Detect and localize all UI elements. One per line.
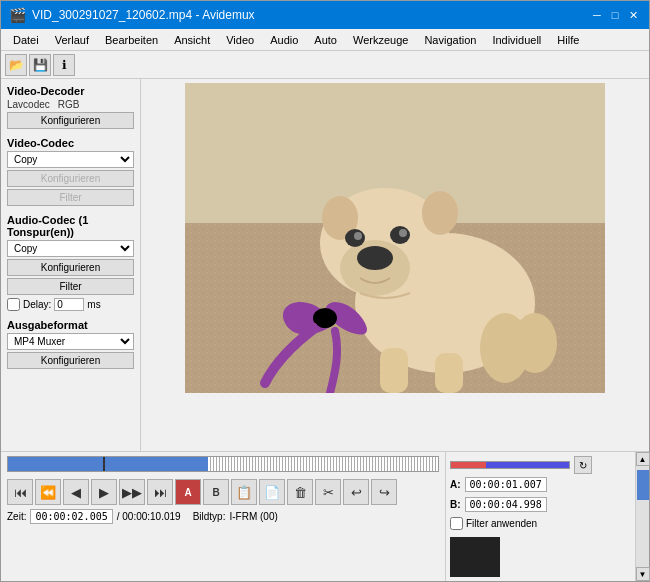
title-bar: 🎬 VID_300291027_120602.mp4 - Avidemux ─ …: [1, 1, 649, 29]
timeline-remaining: [208, 457, 438, 471]
minimize-button[interactable]: ─: [589, 7, 605, 23]
ms-label: ms: [87, 299, 100, 310]
audio-codec-title: Audio-Codec (1 Tonspur(en)): [7, 214, 134, 238]
rgb-label: RGB: [58, 99, 80, 110]
cut-button[interactable]: ✂: [315, 479, 341, 505]
bildtyp-label: Bildtyp:: [193, 511, 226, 522]
level-bar: [450, 461, 570, 469]
konfigurieren-vc-button[interactable]: Konfigurieren: [7, 170, 134, 187]
timeline-track[interactable]: [7, 456, 439, 472]
mark-a-button[interactable]: A: [175, 479, 201, 505]
play-button[interactable]: ▶: [91, 479, 117, 505]
svg-point-10: [357, 246, 393, 270]
delay-checkbox[interactable]: [7, 298, 20, 311]
bildtyp-value: I-FRM (00): [229, 511, 277, 522]
timeline-played: [8, 457, 208, 471]
svg-point-13: [354, 232, 362, 240]
delay-row: Delay: 0 ms: [7, 298, 134, 311]
konfigurieren-af-button[interactable]: Konfigurieren: [7, 352, 134, 369]
go-start-button[interactable]: ⏮: [7, 479, 33, 505]
menu-verlauf[interactable]: Verlauf: [47, 32, 97, 48]
close-button[interactable]: ✕: [625, 7, 641, 23]
menu-ansicht[interactable]: Ansicht: [166, 32, 218, 48]
filter-vc-button[interactable]: Filter: [7, 189, 134, 206]
svg-point-20: [315, 312, 335, 328]
maximize-button[interactable]: □: [607, 7, 623, 23]
status-row: Zeit: 00:00:02.005 / 00:00:10.019 Bildty…: [1, 507, 445, 526]
forward-button[interactable]: ▶▶: [119, 479, 145, 505]
delete-button[interactable]: 🗑: [287, 479, 313, 505]
redo-button[interactable]: ↪: [371, 479, 397, 505]
filter-ac-button[interactable]: Filter: [7, 278, 134, 295]
video-codec-select[interactable]: Copy: [7, 151, 134, 168]
vertical-scrollbar[interactable]: ▲ ▼: [635, 452, 649, 581]
zeit-label: Zeit:: [7, 511, 26, 522]
lavcodec-row: Lavcodec RGB: [7, 99, 134, 110]
timeline-cursor[interactable]: [103, 456, 105, 472]
menu-auto[interactable]: Auto: [306, 32, 345, 48]
toolbar: 📂 💾 ℹ: [1, 51, 649, 79]
menu-navigation[interactable]: Navigation: [416, 32, 484, 48]
video-codec-section: Video-Codec Copy Konfigurieren Filter: [7, 137, 134, 206]
a-label: A:: [450, 479, 461, 490]
delay-input[interactable]: 0: [54, 298, 84, 311]
prev-frame-button[interactable]: ⏪: [35, 479, 61, 505]
menu-individuell[interactable]: Individuell: [484, 32, 549, 48]
undo-button[interactable]: ↩: [343, 479, 369, 505]
video-codec-title: Video-Codec: [7, 137, 134, 149]
rewind-button[interactable]: ◀: [63, 479, 89, 505]
svg-point-8: [422, 191, 458, 235]
paste-button[interactable]: 📄: [259, 479, 285, 505]
ausgabeformat-section: Ausgabeformat MP4 Muxer Konfigurieren: [7, 319, 134, 369]
sync-button[interactable]: ↻: [574, 456, 592, 474]
konfigurieren-ac-button[interactable]: Konfigurieren: [7, 259, 134, 276]
a-time-display: 00:00:01.007: [465, 477, 547, 492]
right-info-panel: ↻ A: 00:00:01.007 B: 00:00:04.998 Filter…: [445, 452, 635, 581]
filter-anwenden-checkbox[interactable]: [450, 517, 463, 530]
transport-row: ⏮ ⏪ ◀ ▶ ▶▶ ⏭ A B 📋 📄 🗑 ✂ ↩ ↪: [1, 477, 445, 507]
total-time-display: / 00:00:10.019: [117, 511, 181, 522]
menu-bar: Datei Verlauf Bearbeiten Ansicht Video A…: [1, 29, 649, 51]
copy-button[interactable]: 📋: [231, 479, 257, 505]
a-row: A: 00:00:01.007: [450, 477, 631, 492]
video-decoder-title: Video-Decoder: [7, 85, 134, 97]
video-frame-svg: [185, 83, 605, 393]
menu-hilfe[interactable]: Hilfe: [549, 32, 587, 48]
video-codec-select-row: Copy: [7, 151, 134, 168]
mark-b-button[interactable]: B: [203, 479, 229, 505]
right-panel: [141, 79, 649, 451]
app-icon: 🎬: [9, 7, 26, 23]
toolbar-open-button[interactable]: 📂: [5, 54, 27, 76]
menu-bearbeiten[interactable]: Bearbeiten: [97, 32, 166, 48]
ausgabeformat-select[interactable]: MP4 Muxer: [7, 333, 134, 350]
lavcodec-label: Lavcodec: [7, 99, 50, 110]
left-panel: Video-Decoder Lavcodec RGB Konfigurieren…: [1, 79, 141, 451]
scroll-thumb[interactable]: [637, 470, 649, 500]
scroll-up-button[interactable]: ▲: [636, 452, 650, 466]
bottom-controls: ⏮ ⏪ ◀ ▶ ▶▶ ⏭ A B 📋 📄 🗑 ✂ ↩ ↪ Z: [1, 451, 649, 581]
ausgabeformat-title: Ausgabeformat: [7, 319, 134, 331]
audio-codec-select[interactable]: Copy: [7, 240, 134, 257]
video-preview: [185, 83, 605, 393]
toolbar-info-button[interactable]: ℹ: [53, 54, 75, 76]
main-content: Video-Decoder Lavcodec RGB Konfigurieren…: [1, 79, 649, 451]
ausgabeformat-select-row: MP4 Muxer: [7, 333, 134, 350]
title-bar-controls: ─ □ ✕: [589, 7, 641, 23]
toolbar-save-button[interactable]: 💾: [29, 54, 51, 76]
scroll-down-button[interactable]: ▼: [636, 567, 650, 581]
menu-audio[interactable]: Audio: [262, 32, 306, 48]
svg-rect-16: [435, 353, 463, 393]
menu-werkzeuge[interactable]: Werkzeuge: [345, 32, 416, 48]
menu-datei[interactable]: Datei: [5, 32, 47, 48]
menu-video[interactable]: Video: [218, 32, 262, 48]
current-time-display: 00:00:02.005: [30, 509, 112, 524]
go-end-button[interactable]: ⏭: [147, 479, 173, 505]
delay-label: Delay:: [23, 299, 51, 310]
filter-checkbox-row: Filter anwenden: [450, 517, 631, 530]
level-bar-row: ↻: [450, 456, 631, 474]
timeline-area: [1, 452, 445, 477]
konfigurieren-vd-button[interactable]: Konfigurieren: [7, 112, 134, 129]
filter-checkbox-label: Filter anwenden: [466, 518, 537, 529]
video-decoder-section: Video-Decoder Lavcodec RGB Konfigurieren: [7, 85, 134, 129]
audio-codec-select-row: Copy: [7, 240, 134, 257]
